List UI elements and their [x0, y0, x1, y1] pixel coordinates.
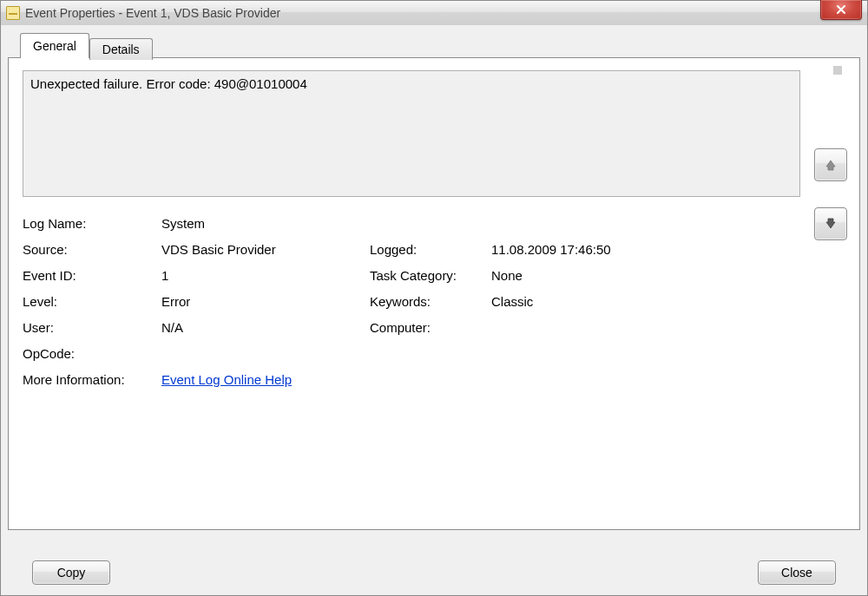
tab-details[interactable]: Details — [89, 38, 153, 60]
event-properties-grid: Log Name: System Source: VDS Basic Provi… — [23, 216, 800, 388]
label-event-id: Event ID: — [23, 268, 161, 284]
label-level: Level: — [23, 294, 161, 310]
value-opcode — [161, 346, 370, 362]
tab-general-label: General — [33, 39, 76, 53]
value-task-category: None — [491, 268, 800, 284]
record-nav — [814, 148, 847, 240]
tab-general[interactable]: General — [20, 33, 89, 58]
value-logged: 11.08.2009 17:46:50 — [491, 242, 800, 258]
prev-event-button[interactable] — [814, 148, 847, 181]
event-description-box[interactable]: Unexpected failure. Error code: 490@0101… — [23, 70, 800, 197]
label-logged: Logged: — [370, 242, 491, 258]
value-log-name: System — [161, 216, 370, 232]
label-more-info: More Information: — [23, 372, 161, 388]
value-computer — [491, 320, 800, 336]
close-button[interactable]: Close — [758, 560, 836, 585]
arrow-up-icon — [824, 158, 838, 172]
app-icon — [6, 6, 20, 20]
label-task-category: Task Category: — [370, 268, 491, 284]
copy-button[interactable]: Copy — [32, 560, 110, 585]
value-source: VDS Basic Provider — [161, 242, 370, 258]
tab-strip: General Details — [20, 32, 860, 57]
window-close-button[interactable] — [820, 0, 862, 20]
tab-details-label: Details — [102, 43, 140, 56]
event-description-text: Unexpected failure. Error code: 490@0101… — [30, 76, 307, 91]
panel-close-glyph — [833, 63, 842, 72]
label-user: User: — [23, 320, 161, 336]
arrow-down-icon — [824, 217, 838, 231]
tab-panel-general: Unexpected failure. Error code: 490@0101… — [8, 57, 860, 530]
value-event-id: 1 — [161, 268, 370, 284]
label-keywords: Keywords: — [370, 294, 491, 310]
value-level: Error — [161, 294, 370, 310]
event-properties-window: Event Properties - Event 1, VDS Basic Pr… — [0, 0, 868, 596]
client-area: General Details Unexpected failure. Erro… — [1, 25, 867, 595]
label-source: Source: — [23, 242, 161, 258]
value-keywords: Classic — [491, 294, 800, 310]
close-icon — [836, 4, 846, 15]
next-event-button[interactable] — [814, 207, 847, 240]
online-help-link[interactable]: Event Log Online Help — [161, 372, 292, 387]
svg-rect-0 — [833, 66, 842, 75]
label-log-name: Log Name: — [23, 216, 161, 232]
label-computer: Computer: — [370, 320, 491, 336]
value-user: N/A — [161, 320, 370, 336]
title-bar[interactable]: Event Properties - Event 1, VDS Basic Pr… — [1, 1, 867, 26]
label-opcode: OpCode: — [23, 346, 161, 362]
dialog-button-bar: Copy Close — [8, 560, 860, 585]
window-title: Event Properties - Event 1, VDS Basic Pr… — [25, 6, 280, 20]
